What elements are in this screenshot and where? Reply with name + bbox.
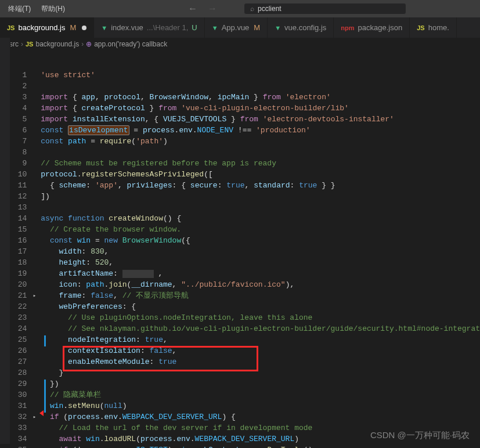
code-line[interactable]: nodeIntegration: true,	[41, 334, 480, 345]
js-icon: JS	[7, 24, 15, 31]
line-number: 33	[10, 422, 27, 433]
line-number: 26	[10, 345, 27, 356]
search-text: pcclient	[258, 5, 281, 13]
code-line[interactable]	[41, 202, 480, 213]
line-number: 11	[10, 180, 27, 191]
line-number: 1	[10, 70, 27, 81]
code-line[interactable]: ])	[41, 191, 480, 202]
code-line[interactable]: // 隐藏菜单栏	[41, 389, 480, 400]
code-line[interactable]	[41, 147, 480, 158]
line-number: 28	[10, 367, 27, 378]
line-gutter: 1234567891011121314151617181920212223242…	[10, 50, 37, 448]
vue-icon: ▼	[212, 24, 218, 31]
line-number: 31	[10, 400, 27, 411]
tab-package-json[interactable]: npmpackage.json	[334, 17, 410, 38]
line-number: 24	[10, 323, 27, 334]
activity-bar-edge	[0, 38, 10, 444]
code-line[interactable]: // Use pluginOptions.nodeIntegration, le…	[41, 312, 480, 323]
code-line[interactable]: 'use strict'	[41, 70, 480, 81]
js-icon: JS	[26, 41, 33, 48]
fold-marker-icon[interactable]: ▸	[33, 414, 36, 420]
code-line[interactable]: const win = new BrowserWindow({	[41, 235, 480, 246]
line-number: 2	[10, 81, 27, 92]
code-line[interactable]: icon: path.join(__dirname, "../public/fa…	[41, 279, 480, 290]
chevron-right-icon: ›	[21, 40, 23, 48]
code-line[interactable]: // See nklayman.github.io/vue-cli-plugin…	[41, 323, 480, 334]
menu-terminal[interactable]: 终端(T)	[5, 3, 34, 15]
line-number: 4	[10, 103, 27, 114]
modified-indicator	[44, 380, 46, 413]
line-number: 18	[10, 257, 27, 268]
tab-App-vue[interactable]: ▼App.vue M	[205, 17, 268, 38]
line-number: 21	[10, 290, 27, 301]
modified-indicator	[44, 335, 46, 346]
code-line[interactable]: win.setMenu(null)	[41, 400, 480, 411]
line-number: 6	[10, 125, 27, 136]
code-content[interactable]: 'use strict'import { app, protocol, Brow…	[37, 50, 480, 448]
code-line[interactable]: enableRemoteModule: true	[41, 356, 480, 367]
menu-bar: 终端(T) 帮助(H) ← → ⌕ pcclient	[0, 0, 480, 17]
code-editor[interactable]: 1234567891011121314151617181920212223242…	[10, 50, 480, 448]
menu-help[interactable]: 帮助(H)	[38, 3, 68, 15]
code-line[interactable]: webPreferences: {	[41, 301, 480, 312]
code-line[interactable]: height: 520,	[41, 257, 480, 268]
code-line[interactable]: await win.loadURL(process.env.WEBPACK_DE…	[41, 433, 480, 445]
code-line[interactable]: protocol.registerSchemesAsPrivileged([	[41, 169, 480, 180]
line-number: 15	[10, 224, 27, 235]
line-number: 17	[10, 246, 27, 257]
tab-index-vue[interactable]: ▼index.vue ...\Header 1, U	[94, 17, 204, 38]
code-line[interactable]: if (!process.env.IS_TEST) win.webContent…	[41, 445, 480, 448]
line-number: 9	[10, 158, 27, 169]
tab-background-js[interactable]: JSbackground.js M	[0, 17, 94, 38]
nav-forward-icon[interactable]: →	[208, 3, 217, 14]
code-line[interactable]: // Create the browser window.	[41, 224, 480, 235]
line-number: 29	[10, 378, 27, 389]
code-line[interactable]: }	[41, 367, 480, 378]
code-line[interactable]	[41, 81, 480, 92]
tab-home-[interactable]: JShome.	[410, 17, 457, 38]
line-number: 32	[10, 411, 27, 422]
code-line[interactable]: const path = require('path')	[41, 136, 480, 147]
line-number: 7	[10, 136, 27, 147]
tab-label: index.vue	[111, 23, 143, 32]
code-line[interactable]: contextIsolation: false,	[41, 345, 480, 356]
line-number: 23	[10, 312, 27, 323]
tab-label: home.	[428, 23, 449, 32]
nav-back-icon[interactable]: ←	[188, 3, 197, 14]
breadcrumb-folder[interactable]: src	[9, 40, 19, 48]
npm-icon: npm	[341, 24, 354, 31]
code-line[interactable]: // Load the url of the dev server if in …	[41, 422, 480, 433]
line-number: 35	[10, 445, 27, 448]
tab-label: vue.config.js	[284, 23, 326, 32]
code-line[interactable]: import { app, protocol, BrowserWindow, i…	[41, 92, 480, 103]
tab-label: package.json	[358, 23, 403, 32]
line-number: 30	[10, 389, 27, 400]
annotation-red-triangle	[39, 410, 44, 416]
code-line[interactable]: frame: false, // 不显示顶部导航	[41, 290, 480, 301]
code-line[interactable]: })	[41, 378, 480, 389]
code-line[interactable]: async function createWindow() {	[41, 213, 480, 224]
breadcrumb-file[interactable]: background.js	[35, 40, 79, 48]
tab-vue-config-js[interactable]: ▼vue.config.js	[268, 17, 334, 38]
command-center[interactable]: ⌕ pcclient	[244, 3, 406, 15]
line-number: 19	[10, 268, 27, 279]
line-number: 34	[10, 433, 27, 445]
code-line[interactable]: const isDevelopment = process.env.NODE_E…	[41, 125, 480, 136]
fold-marker-icon[interactable]: ▸	[33, 292, 36, 299]
code-line[interactable]: if (process.env.WEBPACK_DEV_SERVER_URL) …	[41, 411, 480, 422]
code-line[interactable]: artifactName: ,	[41, 268, 480, 279]
line-number: 12	[10, 191, 27, 202]
code-line[interactable]: import { createProtocol } from 'vue-cli-…	[41, 103, 480, 114]
line-number: 22	[10, 301, 27, 312]
code-line[interactable]: import installExtension, { VUEJS_DEVTOOL…	[41, 114, 480, 125]
line-number: 3	[10, 92, 27, 103]
breadcrumb[interactable]: src › JS background.js › ⊕ app.on('ready…	[0, 38, 480, 50]
chevron-right-icon: ›	[81, 40, 84, 48]
editor-tabs: JSbackground.js M▼index.vue ...\Header 1…	[0, 17, 480, 38]
vue-icon: ▼	[275, 24, 281, 31]
code-line[interactable]: { scheme: 'app', privileges: { secure: t…	[41, 180, 480, 191]
breadcrumb-symbol[interactable]: app.on('ready') callback	[94, 40, 167, 48]
code-line[interactable]: // Scheme must be registered before the …	[41, 158, 480, 169]
code-line[interactable]: width: 830,	[41, 246, 480, 257]
line-number: 5	[10, 114, 27, 125]
